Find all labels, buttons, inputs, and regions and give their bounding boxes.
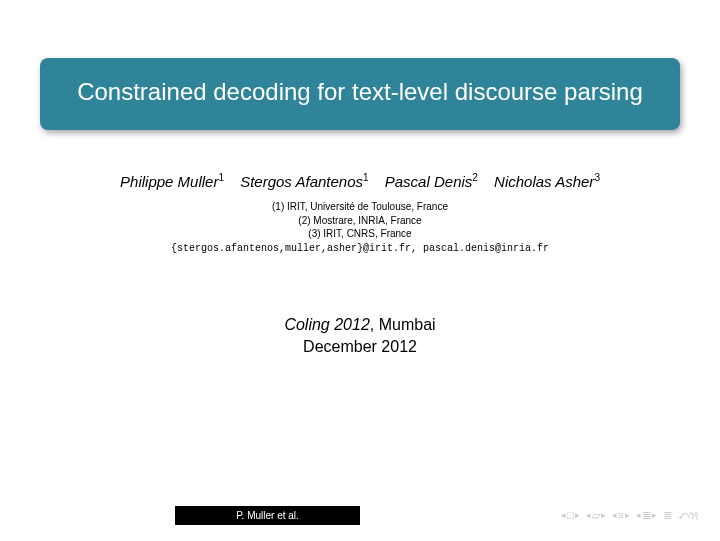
emails: {stergos.afantenos,muller,asher}@irit.fr… [0, 243, 720, 254]
author-2: Stergos Afantenos1 [240, 173, 368, 190]
nav-tree-icon[interactable]: ≣ [663, 510, 672, 521]
nav-frame-icon[interactable]: ◂▱▸ [586, 510, 606, 521]
venue-date: December 2012 [0, 336, 720, 358]
affiliations: (1) IRIT, Université de Toulouse, France… [0, 200, 720, 241]
title-block: Constrained decoding for text-level disc… [40, 58, 680, 130]
slide-title: Constrained decoding for text-level disc… [60, 76, 660, 108]
footer-author: P. Muller et al. [175, 506, 360, 525]
affil-2: (2) Mostrare, INRIA, France [0, 214, 720, 228]
venue-line: Coling 2012, Mumbai [0, 314, 720, 336]
author-1: Philippe Muller1 [120, 173, 224, 190]
authors-line: Philippe Muller1 Stergos Afantenos1 Pasc… [0, 172, 720, 190]
nav-subsection-icon[interactable]: ◂≡▸ [612, 510, 630, 521]
nav-icons: ◂□▸ ◂▱▸ ◂≡▸ ◂≣▸ ≣ ↶૧९ [561, 506, 698, 525]
footer: P. Muller et al. ◂□▸ ◂▱▸ ◂≡▸ ◂≣▸ ≣ ↶૧९ [0, 503, 720, 525]
conference-name: Coling 2012 [284, 316, 369, 333]
venue-block: Coling 2012, Mumbai December 2012 [0, 314, 720, 359]
nav-section-icon[interactable]: ◂≣▸ [636, 510, 657, 521]
affil-3: (3) IRIT, CNRS, France [0, 227, 720, 241]
nav-undo-icon[interactable]: ↶૧९ [678, 510, 698, 521]
author-3: Pascal Denis2 [385, 173, 478, 190]
slide: Constrained decoding for text-level disc… [0, 0, 720, 541]
venue-location: , Mumbai [370, 316, 436, 333]
author-4: Nicholas Asher3 [494, 173, 600, 190]
nav-first-icon[interactable]: ◂□▸ [561, 510, 580, 521]
affil-1: (1) IRIT, Université de Toulouse, France [0, 200, 720, 214]
